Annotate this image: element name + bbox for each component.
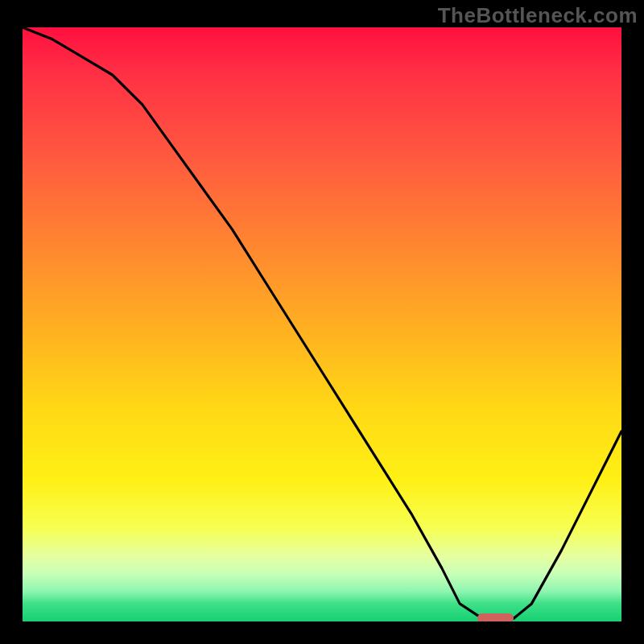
optimal-range-marker xyxy=(477,613,514,621)
watermark-label: TheBottleneck.com xyxy=(438,3,638,28)
bottleneck-curve xyxy=(23,27,621,621)
plot-area xyxy=(23,27,621,621)
chart-frame: TheBottleneck.com xyxy=(0,0,644,644)
